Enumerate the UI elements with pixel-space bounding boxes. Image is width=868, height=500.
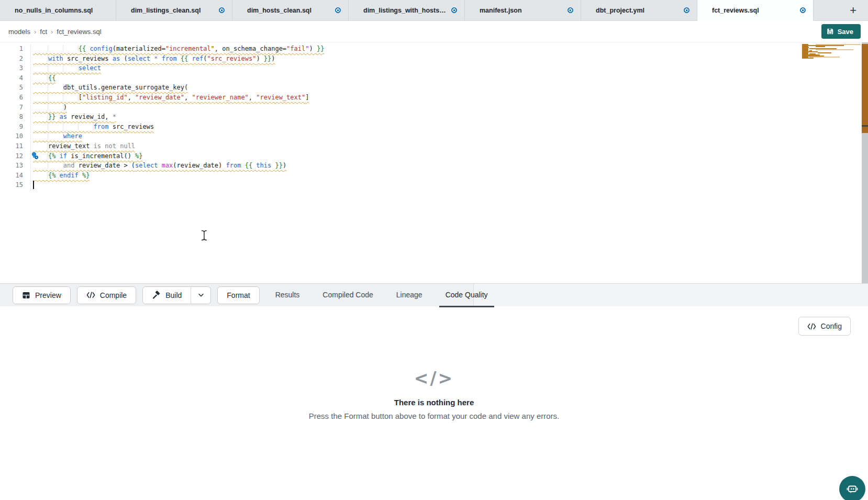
warning-overview-marks [862,44,868,133]
action-toolbar: PreviewCompileBuildFormat ResultsCompile… [0,283,868,306]
line-number: 10 [0,131,23,141]
line-number: 13 [0,161,23,171]
chevron-down-icon [197,292,205,299]
file-tab-label: dim_listings_with_hosts.sql [363,7,446,14]
code-line: 4 {{ [0,73,868,83]
file-tab[interactable]: fct_reviews.sql [697,0,814,21]
build-button[interactable]: Build [143,287,191,304]
unsaved-changes-dot-icon [451,7,457,13]
text-cursor [33,181,34,189]
code-slash-icon: </> [0,368,868,388]
editor-tab-bar: no_nulls_in_columns.sqldim_listings_clea… [0,0,868,21]
build-options-button[interactable] [191,287,210,304]
code-quality-panel: Config </> There is nothing here Press t… [0,306,868,499]
code-line: 15 [0,180,868,190]
line-number: 3 [0,63,23,73]
tab-code-quality[interactable]: Code Quality [439,284,494,307]
breadcrumb-item[interactable]: models [8,28,30,36]
code-line: 5 dbt_utils.generate_surrogate_key( [0,83,868,93]
file-tab-label: dim_hosts_clean.sql [247,7,330,14]
line-number: 8 [0,112,23,122]
breadcrumb-item[interactable]: fct [40,28,47,36]
preview-button[interactable]: Preview [13,286,71,304]
tab-lineage[interactable]: Lineage [390,284,429,307]
line-number: 2 [0,54,23,64]
line-number: 1 [0,44,23,54]
preview-icon [22,291,30,299]
code-line: 7 ) [0,103,868,113]
line-number: 14 [0,171,23,181]
code-line: 1 {{ config(materialized="incremental", … [0,44,868,54]
code-line: 2 with src_reviews as (select * from {{ … [0,54,868,64]
file-tab[interactable]: dim_hosts_clean.sql [232,0,349,20]
code-line: 12 {% if is_incremental() %} [0,151,868,161]
code-line: 10 where [0,131,868,141]
tab-results[interactable]: Results [269,284,306,307]
chatbot-button[interactable] [839,476,865,500]
minimap[interactable] [802,44,861,59]
file-tab[interactable]: manifest.json [465,0,581,20]
file-tab[interactable]: no_nulls_in_columns.sql [0,0,116,20]
file-tab[interactable]: dim_listings_clean.sql [116,0,232,20]
breadcrumb-bar: models›fct›fct_reviews.sql Save [0,21,868,42]
code-line: 8 }} as review_id, * [0,112,868,122]
code-line: 3 select [0,63,868,73]
format-button[interactable]: Format [217,286,259,304]
line-number: 12 [0,151,23,161]
save-icon [827,28,834,35]
line-number: 5 [0,83,23,93]
code-line: 9 from src_reviews [0,122,868,132]
file-tab[interactable]: dim_listings_with_hosts.sql [349,0,465,20]
code-line: 13 and review_date > (select max(review_… [0,161,868,171]
line-number: 9 [0,122,23,132]
code-editor[interactable]: 1 {{ config(materialized="incremental", … [0,42,868,283]
compile-button[interactable]: Compile [77,286,136,304]
dbt-ide-window: no_nulls_in_columns.sqldim_listings_clea… [0,0,868,500]
code-line: 14 {% endif %} [0,171,868,181]
unsaved-changes-dot-icon [335,7,341,13]
toolbar-right-area [474,284,868,306]
tab-compiled-code[interactable]: Compiled Code [316,284,380,307]
line-number: 11 [0,141,23,151]
build-icon [152,291,161,299]
breadcrumb-separator-icon: › [34,28,36,36]
empty-state: </> There is nothing here Press the Form… [0,368,868,420]
new-tab-button[interactable]: + [814,0,868,20]
build-split-button: Build [142,286,211,304]
unsaved-changes-dot-icon [219,7,225,13]
line-number: 4 [0,73,23,83]
code-line: 11 review_text is not null [0,141,868,151]
unsaved-changes-dot-icon [800,7,806,13]
file-tab-label: dbt_project.yml [596,7,678,14]
file-tab[interactable]: dbt_project.yml [581,0,697,20]
config-button[interactable]: Config [798,317,851,336]
line-number: 15 [0,180,23,190]
file-tab-label: dim_listings_clean.sql [131,7,214,14]
save-button[interactable]: Save [821,24,861,39]
editor-scrollbar[interactable] [862,42,868,283]
file-tab-label: fct_reviews.sql [712,7,795,14]
file-tab-label: no_nulls_in_columns.sql [15,7,108,14]
unsaved-changes-dot-icon [684,7,689,13]
code-line: 6 ["listing_id", "review_date", "reviewe… [0,93,868,103]
line-number: 7 [0,103,23,113]
empty-state-subtitle: Press the Format button above to format … [0,412,868,420]
breadcrumb-item[interactable]: fct_reviews.sql [57,28,101,36]
unsaved-changes-dot-icon [567,7,573,13]
breadcrumb: models›fct›fct_reviews.sql [8,28,102,36]
code-action-lightbulb-icon[interactable] [30,151,39,160]
compile-icon [86,292,95,298]
breadcrumb-separator-icon: › [51,28,53,36]
code-icon [807,323,816,330]
robot-icon [845,482,859,496]
empty-state-title: There is nothing here [0,398,868,407]
cursor-overview-mark [862,125,868,127]
mouse-ibeam-cursor [201,230,207,242]
gutter-divider [30,44,31,191]
file-tab-label: manifest.json [480,7,562,14]
line-number: 6 [0,93,23,103]
